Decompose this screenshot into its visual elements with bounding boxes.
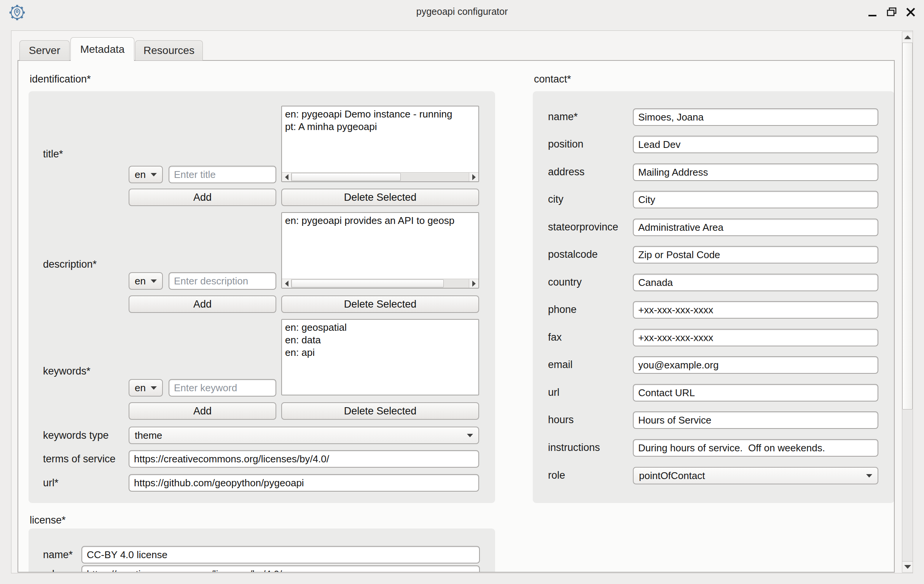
contact-address-label: address: [548, 163, 584, 181]
list-item[interactable]: pt: A minha pygeoapi: [282, 120, 478, 133]
contact-fax-label: fax: [548, 329, 562, 346]
description-add-button[interactable]: Add: [129, 295, 276, 313]
contact-email-label: email: [548, 356, 573, 373]
chevron-down-icon: [151, 280, 157, 283]
contact-role-select[interactable]: pointOfContact: [633, 467, 878, 484]
contact-hours-label: hours: [548, 411, 574, 428]
contact-postalcode-input[interactable]: [633, 246, 878, 263]
description-label: description*: [43, 258, 97, 270]
contact-phone-input[interactable]: [633, 301, 878, 319]
contact-country-input[interactable]: [633, 274, 878, 291]
scroll-up-icon[interactable]: [902, 32, 912, 43]
identification-box: title* en: pygeoapi Demo instance - runn…: [28, 91, 495, 503]
description-listbox[interactable]: en: pygeoapi provides an API to geosp: [281, 212, 479, 289]
list-item[interactable]: en: geospatial: [282, 321, 478, 334]
titlebar: pygeoapi configurator: [0, 0, 924, 30]
chevron-down-icon: [866, 474, 872, 477]
contact-position-label: position: [548, 136, 583, 153]
license-url-input[interactable]: [81, 565, 480, 572]
description-listbox-hscrollbar[interactable]: [282, 279, 478, 288]
title-lang-select[interactable]: en: [129, 166, 163, 183]
tab-resources[interactable]: Resources: [135, 40, 203, 61]
chevron-down-icon: [467, 434, 473, 437]
contact-city-label: city: [548, 191, 564, 208]
contact-city-input[interactable]: [633, 191, 878, 208]
keywords-delete-selected-button[interactable]: Delete Selected: [281, 402, 479, 420]
contact-hours-input[interactable]: [633, 411, 878, 429]
close-icon[interactable]: [904, 6, 917, 19]
license-url-label: url: [43, 565, 54, 572]
title-input[interactable]: [168, 166, 276, 183]
scroll-right-icon[interactable]: [469, 173, 478, 181]
minimize-icon[interactable]: [866, 6, 879, 19]
identification-url-input[interactable]: [129, 474, 479, 492]
list-item[interactable]: en: api: [282, 346, 478, 359]
scroll-down-icon[interactable]: [902, 561, 912, 572]
description-hscrollbar-thumb[interactable]: [292, 280, 444, 288]
restore-icon[interactable]: [885, 6, 898, 19]
contact-email-input[interactable]: [633, 356, 878, 374]
scroll-left-icon[interactable]: [282, 279, 292, 288]
contact-fax-input[interactable]: [633, 329, 878, 346]
window-title: pygeoapi configurator: [0, 6, 924, 17]
keywords-lang-select[interactable]: en: [129, 379, 163, 396]
contact-role-label: role: [548, 467, 565, 484]
keyword-input[interactable]: [168, 379, 276, 396]
title-add-button[interactable]: Add: [129, 189, 276, 206]
vertical-scrollbar-thumb[interactable]: [902, 43, 912, 410]
license-box: name* url: [28, 528, 495, 572]
identification-url-label: url*: [43, 474, 59, 492]
keywords-add-button[interactable]: Add: [129, 402, 276, 420]
contact-name-input[interactable]: [633, 109, 878, 126]
description-lang-select[interactable]: en: [129, 272, 163, 290]
title-listbox-hscrollbar[interactable]: [282, 172, 478, 181]
list-item[interactable]: en: pygeoapi Demo instance - running: [282, 108, 478, 120]
keywords-label: keywords*: [43, 365, 91, 377]
keywords-type-select[interactable]: theme: [129, 427, 479, 444]
list-item[interactable]: en: data: [282, 334, 478, 346]
chevron-down-icon: [151, 386, 157, 390]
window-controls: [866, 4, 917, 21]
contact-box: name* position address city stateorprovi…: [533, 91, 894, 503]
contact-instructions-input[interactable]: [633, 439, 878, 457]
metadata-tab-panel: identification* title* en: pygeoapi Demo…: [18, 60, 895, 572]
contact-phone-label: phone: [548, 301, 577, 318]
scroll-right-icon[interactable]: [469, 279, 478, 288]
keywords-listbox[interactable]: en: geospatial en: data en: api: [281, 319, 479, 395]
contact-section-label: contact*: [534, 73, 571, 85]
contact-address-input[interactable]: [633, 163, 878, 181]
description-input[interactable]: [168, 272, 276, 290]
scroll-left-icon[interactable]: [282, 173, 292, 181]
contact-url-input[interactable]: [633, 384, 878, 401]
tab-server[interactable]: Server: [20, 40, 69, 61]
contact-instructions-label: instructions: [548, 439, 600, 456]
contact-stateorprovince-label: stateorprovince: [548, 219, 619, 236]
main-frame: Server Metadata Resources identification…: [11, 30, 913, 573]
terms-of-service-input[interactable]: [129, 450, 479, 468]
license-name-input[interactable]: [81, 546, 480, 563]
keywords-type-label: keywords type: [43, 427, 109, 444]
chevron-down-icon: [151, 173, 157, 176]
title-listbox[interactable]: en: pygeoapi Demo instance - running pt:…: [281, 106, 479, 182]
contact-position-input[interactable]: [633, 136, 878, 153]
contact-stateorprovince-input[interactable]: [633, 219, 878, 236]
contact-name-label: name*: [548, 109, 578, 125]
title-hscrollbar-thumb[interactable]: [292, 173, 401, 181]
contact-country-label: country: [548, 274, 582, 291]
terms-of-service-label: terms of service: [43, 450, 116, 468]
vertical-scrollbar[interactable]: [902, 31, 913, 572]
list-item[interactable]: en: pygeoapi provides an API to geosp: [282, 214, 478, 227]
license-section-label: license*: [30, 515, 66, 526]
title-delete-selected-button[interactable]: Delete Selected: [281, 189, 479, 206]
title-label: title*: [43, 148, 63, 160]
description-delete-selected-button[interactable]: Delete Selected: [281, 295, 479, 313]
identification-section-label: identification*: [30, 73, 91, 85]
tab-metadata[interactable]: Metadata: [70, 37, 134, 61]
license-name-label: name*: [43, 546, 73, 563]
contact-postalcode-label: postalcode: [548, 246, 598, 263]
contact-url-label: url: [548, 384, 559, 401]
